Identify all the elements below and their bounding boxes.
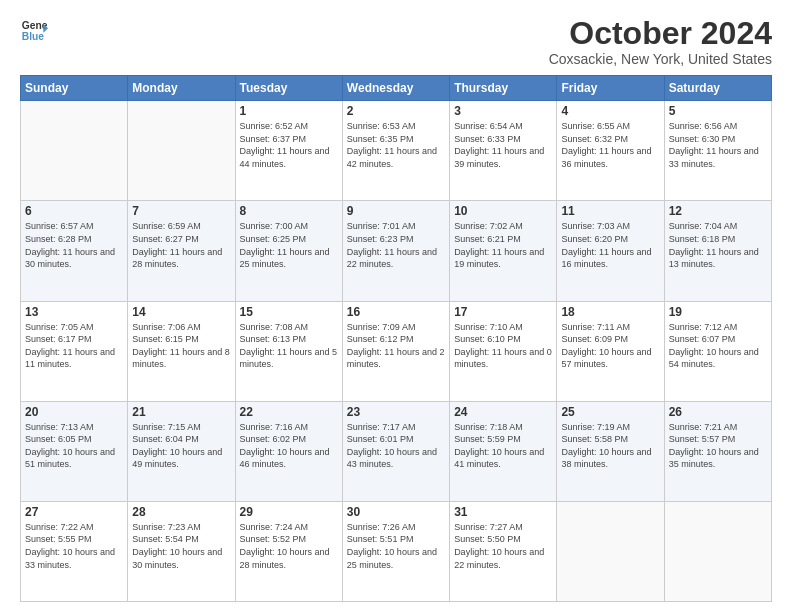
table-row: 23Sunrise: 7:17 AM Sunset: 6:01 PM Dayli… xyxy=(342,401,449,501)
day-info: Sunrise: 7:08 AM Sunset: 6:13 PM Dayligh… xyxy=(240,321,338,371)
table-row: 22Sunrise: 7:16 AM Sunset: 6:02 PM Dayli… xyxy=(235,401,342,501)
day-info: Sunrise: 7:27 AM Sunset: 5:50 PM Dayligh… xyxy=(454,521,552,571)
day-number: 19 xyxy=(669,305,767,319)
day-number: 28 xyxy=(132,505,230,519)
day-info: Sunrise: 6:59 AM Sunset: 6:27 PM Dayligh… xyxy=(132,220,230,270)
day-info: Sunrise: 7:05 AM Sunset: 6:17 PM Dayligh… xyxy=(25,321,123,371)
table-row: 25Sunrise: 7:19 AM Sunset: 5:58 PM Dayli… xyxy=(557,401,664,501)
table-row: 4Sunrise: 6:55 AM Sunset: 6:32 PM Daylig… xyxy=(557,101,664,201)
table-row: 16Sunrise: 7:09 AM Sunset: 6:12 PM Dayli… xyxy=(342,301,449,401)
header-wednesday: Wednesday xyxy=(342,76,449,101)
table-row: 7Sunrise: 6:59 AM Sunset: 6:27 PM Daylig… xyxy=(128,201,235,301)
day-number: 23 xyxy=(347,405,445,419)
day-info: Sunrise: 6:55 AM Sunset: 6:32 PM Dayligh… xyxy=(561,120,659,170)
table-row xyxy=(664,501,771,601)
day-info: Sunrise: 7:09 AM Sunset: 6:12 PM Dayligh… xyxy=(347,321,445,371)
day-number: 2 xyxy=(347,104,445,118)
header: General Blue October 2024 Coxsackie, New… xyxy=(20,16,772,67)
day-number: 20 xyxy=(25,405,123,419)
table-row: 1Sunrise: 6:52 AM Sunset: 6:37 PM Daylig… xyxy=(235,101,342,201)
day-number: 7 xyxy=(132,204,230,218)
table-row: 19Sunrise: 7:12 AM Sunset: 6:07 PM Dayli… xyxy=(664,301,771,401)
day-info: Sunrise: 7:13 AM Sunset: 6:05 PM Dayligh… xyxy=(25,421,123,471)
table-row: 8Sunrise: 7:00 AM Sunset: 6:25 PM Daylig… xyxy=(235,201,342,301)
calendar-table: Sunday Monday Tuesday Wednesday Thursday… xyxy=(20,75,772,602)
day-number: 6 xyxy=(25,204,123,218)
day-number: 14 xyxy=(132,305,230,319)
day-number: 16 xyxy=(347,305,445,319)
table-row: 24Sunrise: 7:18 AM Sunset: 5:59 PM Dayli… xyxy=(450,401,557,501)
table-row: 6Sunrise: 6:57 AM Sunset: 6:28 PM Daylig… xyxy=(21,201,128,301)
table-row: 10Sunrise: 7:02 AM Sunset: 6:21 PM Dayli… xyxy=(450,201,557,301)
day-info: Sunrise: 7:00 AM Sunset: 6:25 PM Dayligh… xyxy=(240,220,338,270)
header-thursday: Thursday xyxy=(450,76,557,101)
day-number: 22 xyxy=(240,405,338,419)
table-row: 26Sunrise: 7:21 AM Sunset: 5:57 PM Dayli… xyxy=(664,401,771,501)
day-number: 26 xyxy=(669,405,767,419)
day-number: 30 xyxy=(347,505,445,519)
table-row: 20Sunrise: 7:13 AM Sunset: 6:05 PM Dayli… xyxy=(21,401,128,501)
day-number: 8 xyxy=(240,204,338,218)
page: General Blue October 2024 Coxsackie, New… xyxy=(0,0,792,612)
table-row: 9Sunrise: 7:01 AM Sunset: 6:23 PM Daylig… xyxy=(342,201,449,301)
day-info: Sunrise: 7:15 AM Sunset: 6:04 PM Dayligh… xyxy=(132,421,230,471)
day-number: 25 xyxy=(561,405,659,419)
day-info: Sunrise: 7:17 AM Sunset: 6:01 PM Dayligh… xyxy=(347,421,445,471)
day-info: Sunrise: 7:02 AM Sunset: 6:21 PM Dayligh… xyxy=(454,220,552,270)
location: Coxsackie, New York, United States xyxy=(549,51,772,67)
table-row: 18Sunrise: 7:11 AM Sunset: 6:09 PM Dayli… xyxy=(557,301,664,401)
table-row: 11Sunrise: 7:03 AM Sunset: 6:20 PM Dayli… xyxy=(557,201,664,301)
table-row: 3Sunrise: 6:54 AM Sunset: 6:33 PM Daylig… xyxy=(450,101,557,201)
day-info: Sunrise: 7:18 AM Sunset: 5:59 PM Dayligh… xyxy=(454,421,552,471)
day-number: 18 xyxy=(561,305,659,319)
calendar-week-row: 1Sunrise: 6:52 AM Sunset: 6:37 PM Daylig… xyxy=(21,101,772,201)
calendar-week-row: 20Sunrise: 7:13 AM Sunset: 6:05 PM Dayli… xyxy=(21,401,772,501)
logo-icon: General Blue xyxy=(20,16,48,44)
day-info: Sunrise: 7:04 AM Sunset: 6:18 PM Dayligh… xyxy=(669,220,767,270)
day-info: Sunrise: 7:06 AM Sunset: 6:15 PM Dayligh… xyxy=(132,321,230,371)
day-number: 5 xyxy=(669,104,767,118)
day-number: 29 xyxy=(240,505,338,519)
table-row: 30Sunrise: 7:26 AM Sunset: 5:51 PM Dayli… xyxy=(342,501,449,601)
day-info: Sunrise: 7:12 AM Sunset: 6:07 PM Dayligh… xyxy=(669,321,767,371)
day-info: Sunrise: 6:57 AM Sunset: 6:28 PM Dayligh… xyxy=(25,220,123,270)
header-tuesday: Tuesday xyxy=(235,76,342,101)
day-info: Sunrise: 7:03 AM Sunset: 6:20 PM Dayligh… xyxy=(561,220,659,270)
day-info: Sunrise: 6:52 AM Sunset: 6:37 PM Dayligh… xyxy=(240,120,338,170)
day-info: Sunrise: 7:22 AM Sunset: 5:55 PM Dayligh… xyxy=(25,521,123,571)
header-sunday: Sunday xyxy=(21,76,128,101)
day-number: 17 xyxy=(454,305,552,319)
day-number: 3 xyxy=(454,104,552,118)
calendar-week-row: 13Sunrise: 7:05 AM Sunset: 6:17 PM Dayli… xyxy=(21,301,772,401)
day-number: 12 xyxy=(669,204,767,218)
day-info: Sunrise: 7:21 AM Sunset: 5:57 PM Dayligh… xyxy=(669,421,767,471)
day-info: Sunrise: 6:56 AM Sunset: 6:30 PM Dayligh… xyxy=(669,120,767,170)
day-number: 15 xyxy=(240,305,338,319)
day-info: Sunrise: 7:19 AM Sunset: 5:58 PM Dayligh… xyxy=(561,421,659,471)
day-number: 9 xyxy=(347,204,445,218)
day-number: 1 xyxy=(240,104,338,118)
header-monday: Monday xyxy=(128,76,235,101)
title-area: October 2024 Coxsackie, New York, United… xyxy=(549,16,772,67)
logo: General Blue xyxy=(20,16,48,44)
day-number: 24 xyxy=(454,405,552,419)
svg-text:Blue: Blue xyxy=(22,31,45,42)
table-row: 13Sunrise: 7:05 AM Sunset: 6:17 PM Dayli… xyxy=(21,301,128,401)
table-row: 12Sunrise: 7:04 AM Sunset: 6:18 PM Dayli… xyxy=(664,201,771,301)
table-row: 21Sunrise: 7:15 AM Sunset: 6:04 PM Dayli… xyxy=(128,401,235,501)
calendar-week-row: 6Sunrise: 6:57 AM Sunset: 6:28 PM Daylig… xyxy=(21,201,772,301)
table-row: 17Sunrise: 7:10 AM Sunset: 6:10 PM Dayli… xyxy=(450,301,557,401)
day-info: Sunrise: 7:16 AM Sunset: 6:02 PM Dayligh… xyxy=(240,421,338,471)
calendar-week-row: 27Sunrise: 7:22 AM Sunset: 5:55 PM Dayli… xyxy=(21,501,772,601)
day-info: Sunrise: 6:53 AM Sunset: 6:35 PM Dayligh… xyxy=(347,120,445,170)
day-info: Sunrise: 7:23 AM Sunset: 5:54 PM Dayligh… xyxy=(132,521,230,571)
table-row: 27Sunrise: 7:22 AM Sunset: 5:55 PM Dayli… xyxy=(21,501,128,601)
header-friday: Friday xyxy=(557,76,664,101)
month-title: October 2024 xyxy=(549,16,772,51)
day-number: 4 xyxy=(561,104,659,118)
day-number: 31 xyxy=(454,505,552,519)
day-number: 11 xyxy=(561,204,659,218)
day-number: 27 xyxy=(25,505,123,519)
day-number: 10 xyxy=(454,204,552,218)
day-info: Sunrise: 7:01 AM Sunset: 6:23 PM Dayligh… xyxy=(347,220,445,270)
